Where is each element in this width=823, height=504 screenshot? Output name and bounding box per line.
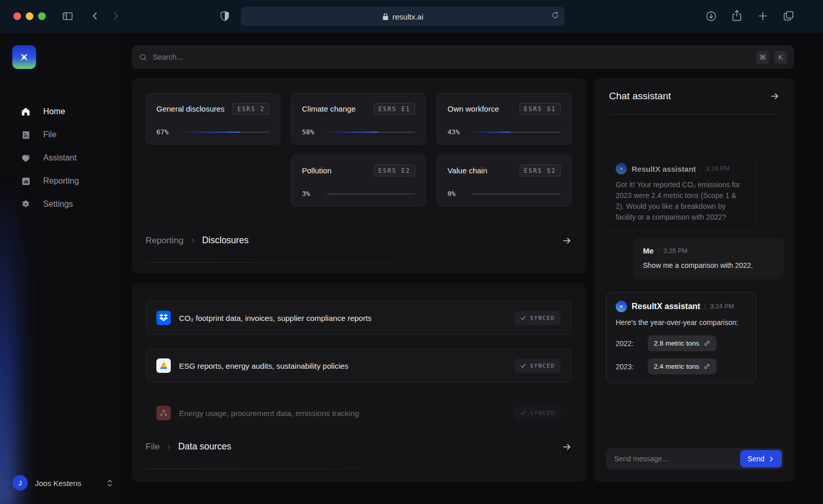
downloads-icon[interactable] (705, 10, 717, 22)
reload-icon[interactable] (551, 11, 560, 20)
sidebar-toggle-icon[interactable] (62, 10, 74, 22)
card-title: Climate change (302, 104, 355, 113)
progress-bar (472, 132, 561, 133)
data-source-row-asana[interactable]: Energy usage, procurement data, emission… (146, 396, 571, 430)
data-source-row-dropbox[interactable]: CO₂ footprint data, invoices, supplier c… (146, 301, 571, 335)
forward-icon[interactable] (111, 11, 121, 21)
sidebar-glow-decoration (0, 187, 15, 504)
window-close-button[interactable] (13, 12, 21, 20)
send-button[interactable]: Send (740, 450, 782, 467)
open-chat-arrow-icon[interactable] (770, 91, 780, 101)
progress-percent: 58% (302, 128, 319, 136)
search-icon (139, 53, 148, 62)
sidebar-item-settings[interactable]: Settings (0, 193, 120, 215)
progress-percent: 43% (448, 128, 465, 136)
sidebar-item-file[interactable]: File (0, 123, 120, 146)
divider (705, 303, 705, 310)
card-own-workforce[interactable]: Own workforce ESRS S1 43% (437, 93, 571, 145)
progress-bar (181, 132, 270, 133)
card-value-chain[interactable]: Value chain ESRS S2 0% (437, 155, 571, 206)
metric-chip-2022[interactable]: 2.8 metric tons (648, 335, 717, 351)
home-icon (21, 106, 31, 117)
asana-icon (156, 406, 171, 420)
year-label: 2023: (616, 363, 637, 371)
divider (609, 114, 780, 115)
link-icon (704, 340, 710, 347)
chat-message-input[interactable] (614, 455, 740, 463)
chat-title: Chat assistant (609, 91, 671, 102)
comparison-row-2023: 2023: 2.4 metric tons (616, 358, 746, 374)
assistant-avatar (616, 301, 627, 312)
breadcrumb-parent[interactable]: Reporting (146, 236, 184, 246)
message-time: 3:24 PM (706, 165, 730, 172)
card-climate-change[interactable]: Climate change ESRS E1 58% (291, 93, 426, 145)
progress-percent: 67% (156, 128, 174, 136)
user-menu[interactable]: J Joos Kestens (12, 475, 113, 491)
sidebar-item-reporting[interactable]: Reporting (0, 170, 120, 192)
progress-bar (327, 132, 415, 133)
window-zoom-button[interactable] (38, 12, 46, 20)
chevron-updown-icon (106, 479, 113, 488)
settings-icon (21, 199, 31, 209)
open-data-sources-arrow-icon[interactable] (562, 442, 572, 452)
synced-badge: SYNCED (514, 311, 561, 325)
cmd-key-badge: ⌘ (756, 51, 769, 64)
file-icon (21, 130, 31, 140)
sidebar-item-label: Reporting (43, 176, 79, 186)
sidebar-item-label: Settings (43, 200, 73, 209)
user-message: Me 3:25 PM Show me a comparison with 202… (634, 238, 784, 279)
open-disclosures-arrow-icon[interactable] (562, 236, 572, 246)
message-text: Show me a comparison with 2022. (643, 260, 775, 271)
sidebar-item-home[interactable]: Home (0, 100, 120, 123)
sidebar-item-assistant[interactable]: Assistant (0, 147, 120, 169)
privacy-shield-icon[interactable] (219, 10, 230, 22)
esrs-badge: ESRS E1 (374, 103, 415, 115)
metric-chip-2023[interactable]: 2.4 metric tons (648, 358, 717, 374)
message-author: ResultX assistant (632, 302, 700, 311)
card-general-disclosures[interactable]: General disclosures ESRS 2 67% (146, 93, 280, 145)
breadcrumb-parent[interactable]: File (146, 442, 159, 452)
back-icon[interactable] (90, 11, 100, 21)
data-source-row-google-drive[interactable]: ESG reports, energy audits, sustainabili… (146, 349, 571, 383)
dropbox-icon (156, 311, 171, 325)
search-input[interactable] (153, 53, 751, 61)
sidebar-item-label: Assistant (43, 153, 77, 163)
year-label: 2022: (616, 339, 637, 348)
synced-badge: SYNCED (514, 359, 561, 373)
check-icon (520, 410, 526, 416)
share-icon[interactable] (731, 9, 743, 22)
data-source-label: CO₂ footprint data, invoices, supplier c… (179, 314, 506, 322)
divider (146, 262, 572, 263)
assistant-message: ResultX assistant 3:24 PM Here's the yea… (606, 292, 756, 383)
address-bar[interactable]: resultx.ai (241, 7, 565, 26)
data-sources-panel: CO₂ footprint data, invoices, supplier c… (132, 283, 586, 482)
breadcrumb-current[interactable]: Disclosures (202, 235, 248, 246)
lock-icon (382, 13, 389, 21)
assistant-icon (21, 153, 31, 163)
sidebar-item-label: Home (43, 107, 65, 116)
esrs-badge: ESRS E2 (374, 165, 415, 176)
browser-chrome: resultx.ai (0, 0, 823, 33)
message-time: 3:24 PM (710, 303, 734, 310)
divider (146, 469, 572, 469)
message-author: Me (643, 246, 654, 255)
chat-input-row: Send (606, 448, 784, 470)
check-icon (520, 363, 526, 369)
progress-percent: 0% (448, 190, 465, 197)
breadcrumb-disclosures: Reporting Disclosures (146, 235, 572, 246)
chat-assistant-panel: Chat assistant ResultX assistant 3:24 PM… (594, 78, 794, 482)
assistant-avatar (616, 163, 627, 174)
link-icon (704, 363, 710, 370)
google-drive-icon (156, 358, 171, 373)
breadcrumb-current[interactable]: Data sources (178, 441, 231, 452)
new-tab-icon[interactable] (757, 10, 768, 22)
breadcrumb-data-sources: File Data sources (146, 441, 572, 452)
app-page: Home File Assistant Reporting (0, 33, 823, 504)
reporting-icon (21, 176, 31, 186)
card-pollution[interactable]: Pollution ESRS E2 3% (291, 155, 426, 206)
resultx-logo[interactable] (12, 45, 36, 69)
window-minimize-button[interactable] (26, 12, 33, 20)
global-search[interactable]: ⌘ K (132, 45, 794, 69)
tab-overview-icon[interactable] (782, 10, 795, 22)
url-text: resultx.ai (392, 12, 423, 21)
